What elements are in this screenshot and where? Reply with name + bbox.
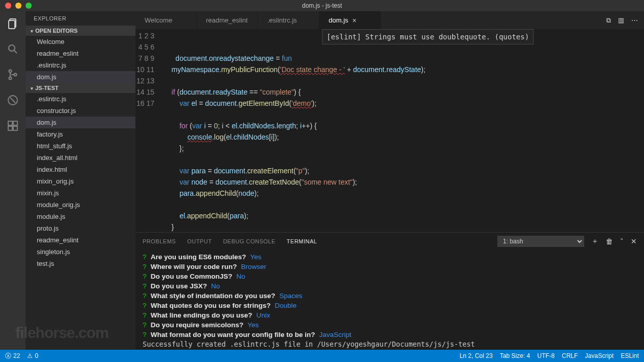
activity-bar [0, 11, 26, 350]
svg-rect-9 [8, 121, 12, 125]
traffic-lights [0, 3, 32, 9]
chevron-down-icon [31, 28, 33, 34]
section-header[interactable]: JS-TEST [26, 83, 135, 93]
file-item[interactable]: dom.js [26, 117, 135, 128]
file-item[interactable]: readme_eslint [26, 234, 135, 246]
svg-point-4 [9, 70, 12, 73]
panel-tab[interactable]: PROBLEMS [143, 238, 176, 244]
source-control-icon[interactable] [6, 67, 20, 82]
file-item[interactable]: dom.js [26, 71, 135, 83]
panel-tab[interactable]: OUTPUT [187, 238, 212, 244]
file-item[interactable]: index.html [26, 164, 135, 175]
file-item[interactable]: index_all.html [26, 152, 135, 164]
code-text[interactable]: [eslint] Strings must use doublequote. (… [164, 29, 644, 232]
editor-tabs: Welcomereadme_eslint.eslintrc.jsdom.js× … [135, 11, 644, 29]
debug-icon[interactable] [6, 93, 20, 107]
file-item[interactable]: .eslintrc.js [26, 93, 135, 105]
code-editor[interactable]: 1 2 3 4 5 6 7 8 9 10 11 12 13 14 15 16 1… [135, 29, 644, 232]
status-bar: ⓧ 22 ⚠ 0 Ln 2, Col 23 Tab Size: 4 UTF-8 … [0, 350, 644, 362]
svg-line-3 [14, 51, 17, 53]
editor-tab[interactable]: Welcome [135, 11, 197, 29]
status-errors[interactable]: ⓧ 22 [5, 352, 20, 360]
svg-point-2 [9, 45, 15, 51]
close-panel-icon[interactable]: ✕ [631, 237, 637, 245]
svg-rect-10 [13, 121, 17, 125]
status-ln-col[interactable]: Ln 2, Col 23 [459, 352, 493, 359]
maximize-panel-icon[interactable]: ˄ [620, 237, 624, 245]
panel-tab[interactable]: DEBUG CONSOLE [223, 238, 275, 244]
tab-label: dom.js [329, 16, 348, 24]
file-item[interactable]: module_orig.js [26, 199, 135, 211]
new-terminal-icon[interactable]: ＋ [591, 237, 599, 246]
chevron-down-icon [31, 85, 33, 91]
close-window-icon[interactable] [5, 3, 11, 9]
status-warnings[interactable]: ⚠ 0 [27, 352, 38, 359]
explorer-icon[interactable] [6, 16, 20, 31]
minimize-window-icon[interactable] [15, 3, 21, 9]
maximize-window-icon[interactable] [26, 3, 32, 9]
panel-tab[interactable]: TERMINAL [287, 238, 317, 244]
svg-rect-1 [9, 20, 15, 29]
lint-tooltip: [eslint] Strings must use doublequote. (… [322, 29, 534, 44]
file-item[interactable]: readme_eslint [26, 48, 135, 59]
file-item[interactable]: module.js [26, 211, 135, 222]
file-item[interactable]: singleton.js [26, 246, 135, 258]
line-gutter: 1 2 3 4 5 6 7 8 9 10 11 12 13 14 15 16 1… [135, 29, 164, 232]
file-item[interactable]: mixin.js [26, 187, 135, 199]
status-language[interactable]: JavaScript [585, 352, 614, 359]
split-editor-icon[interactable]: ⧉ [606, 16, 611, 25]
tab-label: readme_eslint [206, 16, 248, 24]
sidebar-title: EXPLORER [26, 11, 135, 26]
svg-rect-12 [13, 126, 17, 130]
section-header[interactable]: OPEN EDITORS [26, 26, 135, 36]
status-eol[interactable]: CRLF [562, 352, 578, 359]
file-item[interactable]: proto.js [26, 222, 135, 234]
svg-rect-11 [8, 126, 12, 130]
svg-line-8 [10, 98, 15, 103]
svg-point-6 [14, 74, 17, 76]
terminal-output[interactable]: ? Are you using ES6 modules? Yes ? Where… [135, 250, 644, 350]
more-icon[interactable]: ⋯ [631, 16, 638, 24]
window-title: dom.js - js-test [302, 2, 342, 9]
title-bar: dom.js - js-test [0, 0, 644, 11]
file-item[interactable]: Welcome [26, 36, 135, 48]
tab-label: .eslintrc.js [267, 16, 297, 24]
extensions-icon[interactable] [6, 119, 20, 133]
editor-tab[interactable]: .eslintrc.js [258, 11, 319, 29]
layout-icon[interactable]: ▥ [618, 16, 624, 24]
file-item[interactable]: constructor.js [26, 105, 135, 117]
status-encoding[interactable]: UTF-8 [537, 352, 555, 359]
editor-tab[interactable]: readme_eslint [197, 11, 258, 29]
editor-tab[interactable]: dom.js× [319, 11, 381, 29]
bottom-panel: PROBLEMSOUTPUTDEBUG CONSOLETERMINAL 1: b… [135, 232, 644, 350]
svg-point-5 [9, 77, 12, 80]
section-label: OPEN EDITORS [35, 28, 78, 34]
search-icon[interactable] [6, 42, 20, 56]
terminal-select[interactable]: 1: bash [497, 236, 584, 247]
status-linter[interactable]: ESLint [621, 352, 639, 359]
file-item[interactable]: html_stuff.js [26, 140, 135, 152]
section-label: JS-TEST [35, 85, 58, 91]
file-item[interactable]: .eslintrc.js [26, 59, 135, 71]
kill-terminal-icon[interactable]: 🗑 [606, 237, 613, 245]
file-item[interactable]: test.js [26, 258, 135, 269]
status-tabsize[interactable]: Tab Size: 4 [500, 352, 530, 359]
explorer-sidebar: EXPLORER OPEN EDITORSWelcomereadme_eslin… [26, 11, 135, 350]
file-item[interactable]: factory.js [26, 128, 135, 140]
close-tab-icon[interactable]: × [352, 16, 356, 25]
file-item[interactable]: mixin_orig.js [26, 175, 135, 187]
tab-label: Welcome [145, 16, 172, 24]
